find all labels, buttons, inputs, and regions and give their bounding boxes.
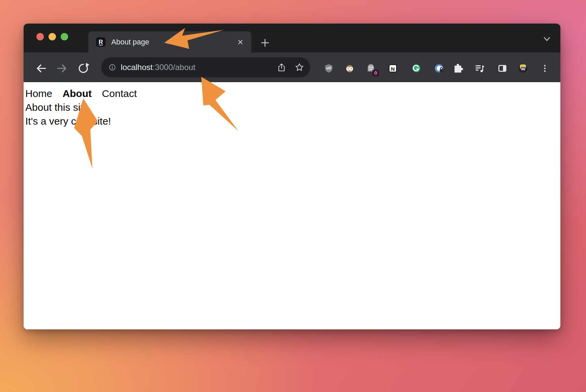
window-controls	[36, 33, 68, 40]
password-lock-icon[interactable]	[433, 62, 445, 74]
url-host: localhost	[121, 63, 153, 72]
ghostery-badge: 0	[372, 70, 379, 76]
nav-link-home[interactable]: Home	[25, 88, 52, 99]
grammarly-icon[interactable]	[410, 62, 422, 74]
profile-avatar[interactable]	[517, 62, 529, 74]
site-nav: Home About Contact	[25, 87, 560, 100]
svg-text:R: R	[99, 38, 103, 45]
extensions-puzzle-icon[interactable]	[452, 62, 464, 74]
ghostery-icon[interactable]: 0	[365, 62, 377, 74]
browser-toolbar: localhost:3000/about uO	[24, 53, 560, 82]
side-panel-icon[interactable]	[496, 62, 508, 74]
close-window-button[interactable]	[36, 33, 44, 40]
tab-close-icon[interactable]	[235, 37, 246, 47]
browser-window: R About page	[24, 24, 560, 329]
zoom-window-button[interactable]	[61, 33, 68, 40]
nav-link-about[interactable]: About	[62, 88, 92, 99]
browser-tab[interactable]: R About page	[88, 31, 251, 53]
kebab-menu-icon[interactable]	[539, 62, 551, 74]
remix-favicon-icon: R	[95, 36, 107, 48]
about-body-text: It's a very cool site!	[25, 114, 560, 128]
ublock-origin-icon[interactable]: uO	[323, 62, 335, 74]
svg-text:N: N	[391, 66, 394, 72]
bookmark-star-icon[interactable]	[294, 62, 305, 73]
url-text: localhost:3000/about	[121, 63, 196, 72]
site-info-icon[interactable]	[107, 62, 117, 72]
page-content: Home About Contact About this site It's …	[24, 82, 560, 329]
back-button[interactable]	[34, 62, 48, 75]
tab-title: About page	[111, 38, 235, 46]
tab-search-chevron-down-icon[interactable]	[540, 32, 554, 46]
svg-text:uO: uO	[326, 66, 331, 70]
nav-link-contact[interactable]: Contact	[102, 88, 137, 99]
notion-icon[interactable]: N	[387, 62, 399, 74]
tab-strip: R About page	[24, 24, 560, 53]
minimize-window-button[interactable]	[49, 33, 56, 40]
share-icon[interactable]	[276, 62, 287, 72]
new-tab-button[interactable]	[258, 36, 272, 50]
about-heading: About this site	[25, 100, 560, 114]
media-playlist-icon[interactable]	[474, 62, 486, 74]
reload-button[interactable]	[77, 62, 90, 75]
address-bar[interactable]: localhost:3000/about	[101, 57, 310, 77]
forward-button[interactable]	[55, 62, 69, 75]
persona-face-icon[interactable]	[344, 62, 356, 74]
url-path: :3000/about	[153, 63, 196, 72]
